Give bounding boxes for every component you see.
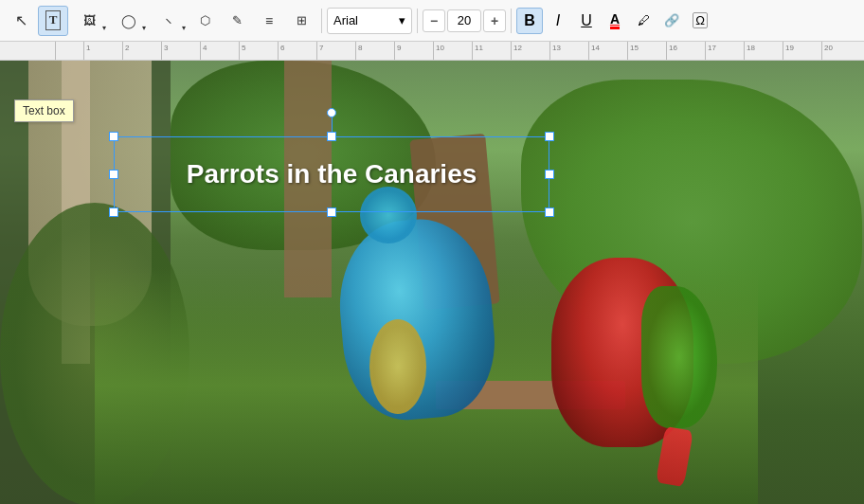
rotate-handle[interactable]	[327, 108, 336, 117]
hlines-icon: ≡	[265, 13, 273, 28]
highlight-button[interactable]: 🖊	[630, 8, 657, 34]
ruler-segment: 9	[394, 42, 433, 60]
separator-1	[321, 9, 322, 33]
handle-middle-right[interactable]	[545, 170, 554, 179]
eraser-tool-button[interactable]: ⬡	[189, 6, 220, 36]
ruler-segment: 6	[278, 42, 316, 60]
textbox-text-content: Parrots in the Canaries	[187, 159, 477, 189]
ruler-segment: 4	[200, 42, 239, 60]
tooltip-label: Text box	[23, 104, 65, 117]
italic-button[interactable]: I	[545, 8, 571, 34]
ruler-segment: 18	[744, 42, 783, 60]
image-dropdown-icon: ▾	[102, 24, 106, 32]
blue-parrot-belly	[369, 319, 426, 414]
handle-bottom-middle[interactable]	[327, 207, 336, 217]
line-dropdown-icon: ▾	[182, 24, 186, 32]
line-tool-button[interactable]: − ▾	[150, 6, 188, 36]
ruler-segment: 5	[239, 42, 278, 60]
bold-button[interactable]: B	[516, 8, 543, 34]
shape-icon: ◯	[121, 13, 136, 28]
font-size-decrease-button[interactable]: −	[423, 9, 445, 32]
ruler-segment: 10	[433, 42, 472, 60]
ruler-segment: 19	[783, 42, 821, 60]
highlight-icon: 🖊	[638, 13, 650, 27]
table-tool-button[interactable]: ⊞	[286, 6, 316, 36]
ruler: 1 2 3 4 5 6 7 8 9 10 11 12 13 14 15 16 1…	[0, 42, 864, 61]
font-selector[interactable]: Arial ▾	[327, 8, 412, 34]
ruler-segment: 16	[666, 42, 705, 60]
cursor-icon: ↖	[15, 11, 27, 29]
shape-tool-button[interactable]: ◯ ▾	[110, 6, 148, 36]
font-size-group: − +	[423, 9, 506, 32]
handle-top-middle[interactable]	[327, 132, 336, 141]
handle-bottom-left[interactable]	[109, 207, 118, 217]
separator-3	[511, 9, 512, 33]
font-color-button[interactable]: A	[602, 8, 628, 34]
handle-middle-left[interactable]	[109, 170, 118, 179]
eraser-icon: ⬡	[200, 13, 210, 27]
font-name-label: Arial	[333, 13, 358, 27]
ruler-segment: 12	[511, 42, 549, 60]
handle-bottom-right[interactable]	[545, 207, 554, 217]
link-icon: 🔗	[664, 13, 679, 27]
tooltip: Text box	[14, 99, 74, 122]
table-icon: ⊞	[297, 13, 307, 27]
hlines-tool-button[interactable]: ≡	[254, 6, 284, 36]
image-tool-button[interactable]: 🖼 ▾	[70, 6, 108, 36]
textbox-container[interactable]: Parrots in the Canaries	[114, 136, 549, 212]
ruler-segment: 2	[122, 42, 161, 60]
textbox-icon: T	[45, 10, 62, 29]
font-size-increase-button[interactable]: +	[483, 9, 506, 32]
underline-icon: U	[581, 12, 592, 29]
canvas-area: Parrots in the Canaries Text box	[0, 61, 864, 504]
ruler-segment: 1	[83, 42, 122, 60]
ruler-segment: 13	[549, 42, 588, 60]
link-button[interactable]: 🔗	[658, 8, 685, 34]
ruler-segment: 15	[627, 42, 666, 60]
ruler-segment: 17	[705, 42, 744, 60]
ruler-segment: 7	[316, 42, 355, 60]
separator-2	[417, 9, 418, 33]
image-icon: 🖼	[83, 13, 96, 27]
ruler-segment: 8	[355, 42, 394, 60]
special-char-icon: Ω	[693, 12, 708, 28]
shape-dropdown-icon: ▾	[142, 24, 146, 32]
ruler-segment	[55, 42, 83, 60]
textbox-text[interactable]: Parrots in the Canaries	[114, 136, 549, 212]
ruler-segment: 3	[161, 42, 200, 60]
pen-icon: ✎	[232, 13, 243, 27]
pen-tool-button[interactable]: ✎	[222, 6, 252, 36]
ruler-segment: 20	[821, 42, 860, 60]
font-dropdown-arrow: ▾	[399, 13, 405, 27]
ruler-segment: 14	[588, 42, 627, 60]
line-icon: −	[160, 12, 176, 28]
special-char-button[interactable]: Ω	[687, 8, 713, 34]
underline-button[interactable]: U	[573, 8, 600, 34]
ruler-segment: 11	[472, 42, 511, 60]
cursor-tool-button[interactable]: ↖	[6, 6, 36, 36]
handle-top-left[interactable]	[109, 132, 118, 141]
bold-icon: B	[524, 12, 535, 29]
handle-top-right[interactable]	[545, 132, 554, 141]
ruler-marks: 1 2 3 4 5 6 7 8 9 10 11 12 13 14 15 16 1…	[55, 42, 860, 60]
textbox-tool-button[interactable]: T	[38, 6, 68, 36]
toolbar: ↖ T 🖼 ▾ ◯ ▾ − ▾ ⬡ ✎ ≡ ⊞ Arial ▾ −	[0, 0, 864, 42]
font-color-icon: A	[610, 11, 620, 29]
italic-icon: I	[556, 12, 560, 29]
font-size-input[interactable]	[447, 9, 481, 32]
